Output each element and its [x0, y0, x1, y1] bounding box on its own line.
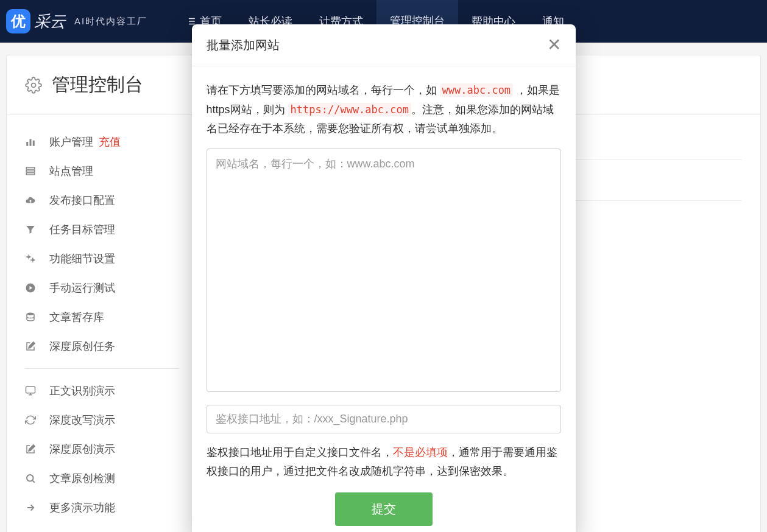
domains-textarea[interactable]	[207, 149, 561, 392]
auth-note: 鉴权接口地址用于自定义接口文件名，不是必填项，通常用于需要通用鉴权接口的用户，通…	[207, 443, 561, 481]
not-required-text: 不是必填项	[393, 446, 448, 458]
batch-add-modal: 批量添加网站 ✕ 请在下方填写要添加的网站域名，每行一个，如 www.abc.c…	[192, 24, 576, 532]
modal-description: 请在下方填写要添加的网站域名，每行一个，如 www.abc.com ，如果是ht…	[207, 81, 561, 139]
example-https-domain: https://www.abc.com	[288, 103, 411, 116]
modal-header: 批量添加网站 ✕	[192, 24, 576, 66]
modal-title: 批量添加网站	[207, 37, 280, 54]
submit-button[interactable]: 提交	[335, 492, 433, 526]
auth-url-input[interactable]	[207, 405, 561, 433]
example-domain: www.abc.com	[440, 83, 514, 97]
close-icon[interactable]: ✕	[547, 37, 561, 54]
